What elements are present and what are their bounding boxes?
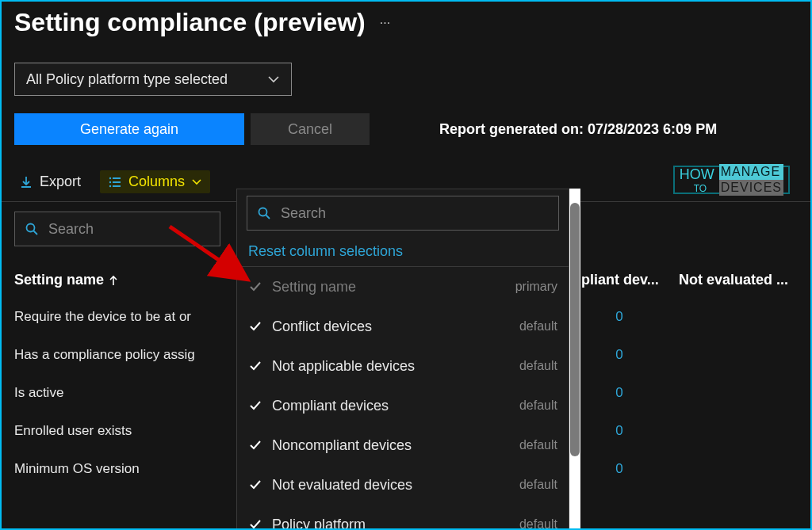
column-option-tag: default — [519, 319, 557, 334]
column-option-label: Compliant devices — [272, 398, 510, 414]
check-icon — [248, 360, 262, 372]
download-icon — [19, 175, 33, 189]
policy-platform-dropdown-label: All Policy platform type selected — [26, 71, 228, 88]
more-options-icon[interactable]: ··· — [380, 16, 390, 30]
scrollbar-thumb[interactable] — [570, 203, 580, 456]
export-label: Export — [40, 173, 81, 190]
brand-logo: HOW TO MANAGE DEVICES — [673, 166, 790, 194]
search-icon — [25, 222, 39, 236]
column-option-tag: default — [519, 517, 557, 530]
columns-label: Columns — [128, 173, 185, 190]
export-button[interactable]: Export — [14, 170, 86, 193]
columns-search-input[interactable] — [281, 205, 549, 222]
column-option-tag: default — [519, 359, 557, 373]
column-option-label: Policy platform — [272, 517, 510, 531]
list-icon — [108, 175, 122, 189]
column-option-label: Noncompliant devices — [272, 437, 510, 454]
check-icon — [248, 280, 262, 293]
check-icon — [248, 399, 262, 412]
logo-devices: DEVICES — [719, 180, 783, 196]
check-icon — [248, 479, 262, 491]
column-option[interactable]: Noncompliant devicesdefault — [237, 425, 569, 465]
cell-setting-name: Has a compliance policy assig — [14, 347, 236, 363]
reset-column-selections[interactable]: Reset column selections — [237, 237, 569, 267]
col-header-setting[interactable]: Setting name — [14, 272, 236, 288]
column-option-tag: primary — [515, 280, 557, 294]
svg-point-1 — [109, 181, 111, 182]
check-icon — [248, 320, 262, 333]
search-input[interactable] — [48, 221, 210, 238]
svg-point-5 — [259, 208, 267, 216]
cell-setting-name: Enrolled user exists — [14, 423, 236, 439]
sort-asc-icon — [109, 275, 118, 286]
column-option-tag: default — [519, 478, 557, 492]
cell-setting-name: Require the device to be at or — [14, 309, 236, 325]
column-option[interactable]: Not applicable devicesdefault — [237, 346, 569, 386]
columns-popup: Reset column selections Setting nameprim… — [236, 189, 569, 530]
col-header-setting-label: Setting name — [14, 272, 104, 288]
column-option[interactable]: Conflict devicesdefault — [237, 307, 569, 346]
cell-setting-name: Minimum OS version — [14, 461, 236, 477]
check-icon — [248, 518, 262, 530]
generate-again-button[interactable]: Generate again — [14, 113, 244, 145]
col-header-not-evaluated[interactable]: Not evaluated ... — [679, 272, 798, 288]
svg-point-0 — [109, 177, 111, 178]
column-option-label: Not evaluated devices — [272, 477, 510, 494]
svg-point-3 — [27, 224, 35, 232]
column-option[interactable]: Policy platformdefault — [237, 505, 569, 530]
column-option[interactable]: Compliant devicesdefault — [237, 386, 569, 425]
page-title: Setting compliance (preview) — [14, 8, 366, 37]
search-box[interactable] — [14, 212, 220, 246]
logo-how: HOW — [680, 166, 714, 183]
report-generated-label: Report generated on: 07/28/2023 6:09 PM — [439, 121, 717, 138]
cancel-button: Cancel — [251, 113, 370, 145]
policy-platform-dropdown[interactable]: All Policy platform type selected — [14, 63, 292, 96]
column-option-label: Setting name — [272, 279, 506, 296]
logo-manage: MANAGE — [719, 164, 783, 180]
column-option[interactable]: Not evaluated devicesdefault — [237, 465, 569, 505]
svg-line-6 — [266, 215, 270, 219]
column-option-label: Not applicable devices — [272, 358, 510, 375]
columns-button[interactable]: Columns — [100, 170, 210, 193]
column-option[interactable]: Setting nameprimary — [237, 267, 569, 307]
search-icon — [257, 206, 271, 220]
column-option-label: Conflict devices — [272, 318, 510, 335]
svg-line-4 — [34, 231, 38, 235]
chevron-down-icon — [267, 73, 280, 86]
column-option-tag: default — [519, 438, 557, 452]
check-icon — [248, 439, 262, 452]
scrollbar-track[interactable] — [569, 189, 580, 530]
columns-search-box[interactable] — [247, 196, 559, 231]
chevron-down-icon — [191, 177, 202, 188]
logo-to: TO — [680, 183, 714, 194]
svg-point-2 — [109, 185, 111, 186]
column-option-tag: default — [519, 398, 557, 413]
cell-setting-name: Is active — [14, 385, 236, 401]
